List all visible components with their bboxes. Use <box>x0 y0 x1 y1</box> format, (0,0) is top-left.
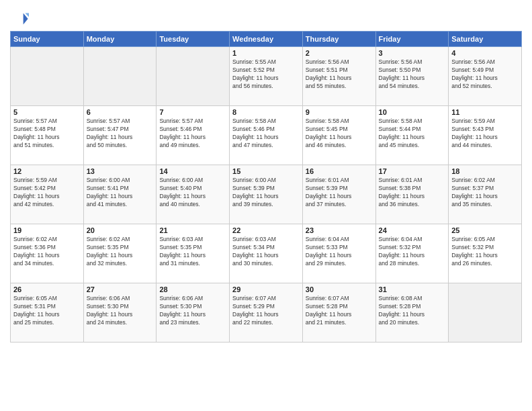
calendar-cell <box>11 47 84 106</box>
day-info: Sunrise: 6:07 AM Sunset: 5:29 PM Dayligh… <box>232 295 300 327</box>
calendar-cell <box>157 47 230 106</box>
calendar-week-row: 12Sunrise: 5:59 AM Sunset: 5:42 PM Dayli… <box>11 165 522 224</box>
calendar-cell: 20Sunrise: 6:02 AM Sunset: 5:35 PM Dayli… <box>83 224 157 283</box>
calendar-cell: 4Sunrise: 5:56 AM Sunset: 5:49 PM Daylig… <box>449 47 522 106</box>
day-number: 10 <box>379 108 446 116</box>
day-info: Sunrise: 6:02 AM Sunset: 5:36 PM Dayligh… <box>13 236 81 268</box>
header-row: SundayMondayTuesdayWednesdayThursdayFrid… <box>11 32 522 47</box>
day-number: 13 <box>87 167 154 175</box>
day-info: Sunrise: 5:56 AM Sunset: 5:50 PM Dayligh… <box>379 58 446 91</box>
calendar-cell <box>449 283 522 342</box>
day-info: Sunrise: 6:04 AM Sunset: 5:33 PM Dayligh… <box>306 236 373 268</box>
day-number: 14 <box>159 167 226 175</box>
calendar-cell: 2Sunrise: 5:56 AM Sunset: 5:51 PM Daylig… <box>302 47 375 106</box>
calendar-cell: 16Sunrise: 6:01 AM Sunset: 5:39 PM Dayli… <box>302 165 375 224</box>
calendar-cell: 14Sunrise: 6:00 AM Sunset: 5:40 PM Dayli… <box>157 165 230 224</box>
calendar-cell: 3Sunrise: 5:56 AM Sunset: 5:50 PM Daylig… <box>375 47 449 106</box>
day-header: Tuesday <box>157 32 230 47</box>
logo <box>10 9 32 28</box>
day-info: Sunrise: 5:57 AM Sunset: 5:46 PM Dayligh… <box>159 118 226 150</box>
day-number: 18 <box>451 167 519 175</box>
day-number: 29 <box>232 285 300 293</box>
calendar-week-row: 1Sunrise: 5:55 AM Sunset: 5:52 PM Daylig… <box>11 47 522 106</box>
day-number: 5 <box>13 108 81 116</box>
day-number: 16 <box>306 167 373 175</box>
page-container: SundayMondayTuesdayWednesdayThursdayFrid… <box>0 0 532 346</box>
day-number: 22 <box>232 226 300 234</box>
day-info: Sunrise: 5:55 AM Sunset: 5:52 PM Dayligh… <box>232 58 300 91</box>
day-number: 17 <box>379 167 446 175</box>
calendar-cell: 10Sunrise: 5:58 AM Sunset: 5:44 PM Dayli… <box>375 106 449 165</box>
day-info: Sunrise: 5:57 AM Sunset: 5:47 PM Dayligh… <box>87 118 154 150</box>
day-number: 11 <box>451 108 519 116</box>
day-info: Sunrise: 6:07 AM Sunset: 5:28 PM Dayligh… <box>306 295 373 327</box>
day-number: 9 <box>306 108 373 116</box>
day-info: Sunrise: 5:58 AM Sunset: 5:46 PM Dayligh… <box>232 118 300 150</box>
calendar-cell: 6Sunrise: 5:57 AM Sunset: 5:47 PM Daylig… <box>83 106 157 165</box>
calendar-cell: 19Sunrise: 6:02 AM Sunset: 5:36 PM Dayli… <box>11 224 84 283</box>
day-info: Sunrise: 6:05 AM Sunset: 5:32 PM Dayligh… <box>451 236 519 268</box>
calendar-cell: 25Sunrise: 6:05 AM Sunset: 5:32 PM Dayli… <box>449 224 522 283</box>
day-info: Sunrise: 6:02 AM Sunset: 5:35 PM Dayligh… <box>87 236 154 268</box>
calendar-cell: 28Sunrise: 6:06 AM Sunset: 5:30 PM Dayli… <box>157 283 230 342</box>
calendar-cell: 1Sunrise: 5:55 AM Sunset: 5:52 PM Daylig… <box>230 47 303 106</box>
day-number: 24 <box>379 226 446 234</box>
calendar-cell: 23Sunrise: 6:04 AM Sunset: 5:33 PM Dayli… <box>302 224 375 283</box>
day-number: 25 <box>451 226 519 234</box>
day-info: Sunrise: 5:58 AM Sunset: 5:44 PM Dayligh… <box>379 118 446 150</box>
calendar-cell: 30Sunrise: 6:07 AM Sunset: 5:28 PM Dayli… <box>302 283 375 342</box>
day-info: Sunrise: 5:58 AM Sunset: 5:45 PM Dayligh… <box>306 118 373 150</box>
calendar-cell: 5Sunrise: 5:57 AM Sunset: 5:48 PM Daylig… <box>11 106 84 165</box>
day-number: 30 <box>306 285 373 293</box>
day-info: Sunrise: 6:04 AM Sunset: 5:32 PM Dayligh… <box>379 236 446 268</box>
calendar-cell: 29Sunrise: 6:07 AM Sunset: 5:29 PM Dayli… <box>230 283 303 342</box>
day-info: Sunrise: 5:57 AM Sunset: 5:48 PM Dayligh… <box>13 118 81 150</box>
calendar-cell: 27Sunrise: 6:06 AM Sunset: 5:30 PM Dayli… <box>83 283 157 342</box>
day-header: Saturday <box>449 32 522 47</box>
day-number: 21 <box>159 226 226 234</box>
calendar-week-row: 26Sunrise: 6:05 AM Sunset: 5:31 PM Dayli… <box>11 283 522 342</box>
day-info: Sunrise: 6:00 AM Sunset: 5:40 PM Dayligh… <box>159 177 226 209</box>
day-number: 2 <box>306 49 373 57</box>
day-info: Sunrise: 6:03 AM Sunset: 5:34 PM Dayligh… <box>232 236 300 268</box>
calendar-table: SundayMondayTuesdayWednesdayThursdayFrid… <box>10 31 522 342</box>
logo-icon <box>10 9 29 28</box>
day-number: 6 <box>87 108 154 116</box>
day-number: 1 <box>232 49 300 57</box>
calendar-cell: 18Sunrise: 6:02 AM Sunset: 5:37 PM Dayli… <box>449 165 522 224</box>
calendar-week-row: 5Sunrise: 5:57 AM Sunset: 5:48 PM Daylig… <box>11 106 522 165</box>
day-info: Sunrise: 6:03 AM Sunset: 5:35 PM Dayligh… <box>159 236 226 268</box>
calendar-cell: 24Sunrise: 6:04 AM Sunset: 5:32 PM Dayli… <box>375 224 449 283</box>
day-header: Thursday <box>302 32 375 47</box>
day-number: 31 <box>379 285 446 293</box>
calendar-cell: 31Sunrise: 6:08 AM Sunset: 5:28 PM Dayli… <box>375 283 449 342</box>
day-info: Sunrise: 5:59 AM Sunset: 5:43 PM Dayligh… <box>451 118 519 150</box>
day-info: Sunrise: 6:00 AM Sunset: 5:41 PM Dayligh… <box>87 177 154 209</box>
day-number: 7 <box>159 108 226 116</box>
day-number: 26 <box>13 285 81 293</box>
day-info: Sunrise: 6:01 AM Sunset: 5:38 PM Dayligh… <box>379 177 446 209</box>
header <box>10 7 522 28</box>
day-header: Sunday <box>11 32 84 47</box>
day-info: Sunrise: 6:00 AM Sunset: 5:39 PM Dayligh… <box>232 177 300 209</box>
calendar-cell: 7Sunrise: 5:57 AM Sunset: 5:46 PM Daylig… <box>157 106 230 165</box>
calendar-cell: 12Sunrise: 5:59 AM Sunset: 5:42 PM Dayli… <box>11 165 84 224</box>
calendar-cell: 8Sunrise: 5:58 AM Sunset: 5:46 PM Daylig… <box>230 106 303 165</box>
day-info: Sunrise: 6:01 AM Sunset: 5:39 PM Dayligh… <box>306 177 373 209</box>
calendar-cell: 13Sunrise: 6:00 AM Sunset: 5:41 PM Dayli… <box>83 165 157 224</box>
day-info: Sunrise: 5:56 AM Sunset: 5:49 PM Dayligh… <box>451 58 519 91</box>
day-header: Wednesday <box>230 32 303 47</box>
day-number: 19 <box>13 226 81 234</box>
calendar-cell: 21Sunrise: 6:03 AM Sunset: 5:35 PM Dayli… <box>157 224 230 283</box>
day-number: 8 <box>232 108 300 116</box>
calendar-cell: 15Sunrise: 6:00 AM Sunset: 5:39 PM Dayli… <box>230 165 303 224</box>
day-info: Sunrise: 6:06 AM Sunset: 5:30 PM Dayligh… <box>87 295 154 327</box>
day-number: 23 <box>306 226 373 234</box>
day-header: Friday <box>375 32 449 47</box>
day-number: 15 <box>232 167 300 175</box>
day-info: Sunrise: 6:06 AM Sunset: 5:30 PM Dayligh… <box>159 295 226 327</box>
calendar-cell: 17Sunrise: 6:01 AM Sunset: 5:38 PM Dayli… <box>375 165 449 224</box>
calendar-cell: 9Sunrise: 5:58 AM Sunset: 5:45 PM Daylig… <box>302 106 375 165</box>
day-number: 20 <box>87 226 154 234</box>
calendar-cell: 26Sunrise: 6:05 AM Sunset: 5:31 PM Dayli… <box>11 283 84 342</box>
